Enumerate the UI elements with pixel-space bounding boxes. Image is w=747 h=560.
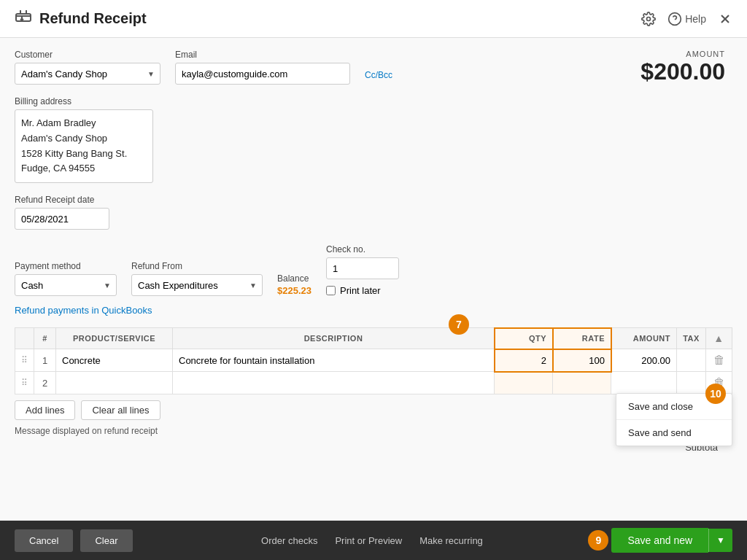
modal-body: AMOUNT $200.00 Customer Adam's Candy Sho…: [0, 38, 747, 521]
col-amount-header: AMOUNT: [611, 328, 677, 349]
order-checks-button[interactable]: Order checks: [261, 535, 317, 546]
payment-method-wrapper: Cash ▼: [15, 274, 117, 296]
row2-product[interactable]: [56, 372, 173, 394]
refund-date-group: Refund Receipt date: [15, 195, 732, 230]
col-product-header: PRODUCT/SERVICE: [56, 328, 173, 349]
amount-label: AMOUNT: [640, 50, 725, 58]
print-later-label: Print later: [340, 285, 381, 296]
payment-method-select[interactable]: Cash: [15, 274, 117, 296]
col-description-header: DESCRIPTION: [173, 328, 495, 349]
cancel-button[interactable]: Cancel: [15, 529, 73, 552]
refund-from-label: Refund From: [131, 261, 263, 271]
col-rate-header: RATE: [553, 328, 611, 349]
save-new-dropdown-button[interactable]: ▼: [708, 529, 732, 552]
print-preview-button[interactable]: Print or Preview: [335, 535, 402, 546]
save-send-item[interactable]: Save and send: [616, 420, 732, 446]
step10-badge-pos: 10: [705, 384, 726, 404]
close-button[interactable]: [718, 12, 732, 26]
col-drag-header: [15, 328, 34, 349]
save-dropdown-popup: 10 Save and close Save and send: [616, 393, 732, 446]
footer-left: Cancel Clear: [15, 529, 133, 552]
col-tax-header: TAX: [677, 328, 706, 349]
email-label: Email: [175, 50, 350, 60]
add-lines-button[interactable]: Add lines: [15, 400, 75, 420]
table-body: ⠿ 1 Concrete Concrete for fountain insta…: [15, 349, 732, 394]
save-new-wrapper: 9 Save and new ▼: [611, 528, 732, 553]
row2-qty[interactable]: [495, 372, 553, 394]
billing-line-2: Adam's Candy Shop: [21, 131, 147, 147]
row1-description[interactable]: Concrete for fountain installation: [173, 349, 495, 372]
payment-method-label: Payment method: [15, 261, 117, 271]
payment-row: Payment method Cash ▼ Refund From Cash E…: [15, 244, 732, 296]
amount-section: AMOUNT $200.00: [640, 50, 725, 85]
make-recurring-button[interactable]: Make recurring: [419, 535, 483, 546]
balance-value: $225.23: [277, 285, 311, 296]
help-button[interactable]: Help: [667, 12, 706, 26]
settings-button[interactable]: [641, 12, 656, 26]
cc-bcc-group: Cc/Bcc: [365, 70, 392, 85]
table-row: ⠿ 2 🗑: [15, 372, 732, 394]
save-dropdown-box: 10 Save and close Save and send: [616, 393, 732, 446]
gear-icon: [641, 12, 656, 26]
refund-from-select[interactable]: Cash Expenditures: [131, 274, 263, 296]
row1-rate[interactable]: 100: [553, 349, 611, 372]
scroll-up-icon[interactable]: ▲: [713, 332, 724, 344]
col-action-header: ▲: [706, 328, 732, 349]
customer-select-wrapper: Adam's Candy Shop ▼: [15, 63, 160, 85]
step7-badge-wrapper: 7: [449, 314, 469, 335]
check-no-label: Check no.: [326, 244, 399, 254]
receipt-icon: [15, 9, 32, 28]
billing-line-1: Mr. Adam Bradley: [21, 116, 147, 131]
refund-from-group: Refund From Cash Expenditures ▼: [131, 261, 263, 296]
lines-table: # PRODUCT/SERVICE DESCRIPTION QTY RATE A…: [15, 327, 732, 394]
help-label: Help: [685, 13, 706, 25]
row2-amount[interactable]: [611, 372, 677, 394]
row1-drag[interactable]: ⠿: [15, 349, 34, 372]
amount-value: $200.00: [640, 58, 725, 85]
clear-button[interactable]: Clear: [80, 529, 132, 552]
table-actions: Add lines Clear all lines 10 Save and cl…: [15, 400, 732, 420]
row1-delete-button[interactable]: 🗑: [713, 354, 725, 367]
billing-address-box[interactable]: Mr. Adam Bradley Adam's Candy Shop 1528 …: [15, 109, 153, 183]
payment-method-group: Payment method Cash ▼: [15, 261, 117, 296]
col-qty-header: QTY: [495, 328, 553, 349]
row1-tax[interactable]: [677, 349, 706, 372]
customer-label: Customer: [15, 50, 160, 60]
refund-payments-link[interactable]: Refund payments in QuickBooks: [15, 305, 732, 316]
modal-title: Refund Receipt: [39, 10, 147, 27]
row2-drag[interactable]: ⠿: [15, 372, 34, 394]
save-new-button[interactable]: Save and new: [611, 528, 708, 553]
print-later-row: Print later: [326, 285, 399, 296]
header-right: Help: [641, 12, 732, 26]
email-input[interactable]: [175, 63, 350, 85]
svg-point-1: [647, 17, 651, 20]
step10-badge: 10: [705, 384, 726, 404]
step7-badge: 7: [449, 314, 469, 335]
row1-qty[interactable]: 2: [495, 349, 553, 372]
refund-date-label: Refund Receipt date: [15, 195, 732, 205]
billing-line-4: Fudge, CA 94555: [21, 161, 147, 176]
billing-address-group: Billing address Mr. Adam Bradley Adam's …: [15, 96, 732, 183]
billing-line-3: 1528 Kitty Bang Bang St.: [21, 147, 147, 162]
email-group: Email: [175, 50, 350, 85]
table-section: 7 # PRODUCT/SERVICE DESCRIPTION QTY RATE…: [15, 327, 732, 394]
row2-description[interactable]: [173, 372, 495, 394]
check-no-input[interactable]: [326, 257, 399, 279]
cc-bcc-link[interactable]: Cc/Bcc: [365, 70, 392, 80]
print-later-checkbox[interactable]: [326, 286, 336, 295]
row1-num: 1: [34, 349, 56, 372]
row1-amount[interactable]: 200.00: [611, 349, 677, 372]
row2-rate[interactable]: [553, 372, 611, 394]
help-icon: [667, 12, 682, 26]
clear-all-lines-button[interactable]: Clear all lines: [81, 400, 160, 420]
row1-product[interactable]: Concrete: [56, 349, 173, 372]
header-left: Refund Receipt: [15, 9, 147, 28]
refund-date-input[interactable]: [15, 208, 109, 230]
customer-select[interactable]: Adam's Candy Shop: [15, 63, 160, 85]
row2-tax[interactable]: [677, 372, 706, 394]
step9-badge: 9: [588, 530, 608, 551]
balance-group: Balance $225.23: [277, 273, 311, 296]
check-no-group: Check no. Print later: [326, 244, 399, 296]
refund-from-wrapper: Cash Expenditures ▼: [131, 274, 263, 296]
customer-row: Customer Adam's Candy Shop ▼ Email Cc/Bc…: [15, 50, 732, 85]
